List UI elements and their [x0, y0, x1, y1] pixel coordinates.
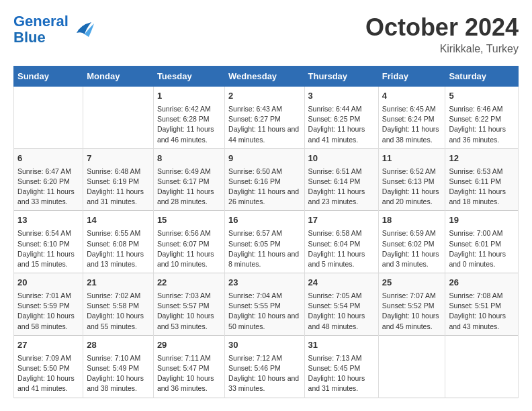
col-header-thursday: Thursday — [304, 66, 378, 87]
day-number: 27 — [17, 339, 79, 352]
col-header-sunday: Sunday — [14, 66, 83, 87]
cell-content: Sunrise: 7:08 AM Sunset: 5:51 PM Dayligh… — [449, 291, 515, 332]
day-number: 17 — [308, 214, 375, 227]
calendar-cell: 9Sunrise: 6:50 AM Sunset: 6:16 PM Daylig… — [225, 148, 304, 211]
day-number: 13 — [17, 214, 79, 227]
cell-content: Sunrise: 7:09 AM Sunset: 5:50 PM Dayligh… — [17, 353, 79, 394]
day-number: 10 — [308, 152, 375, 165]
day-number: 5 — [449, 90, 515, 103]
cell-content: Sunrise: 6:55 AM Sunset: 6:08 PM Dayligh… — [87, 228, 150, 269]
day-number: 6 — [17, 152, 79, 165]
col-header-friday: Friday — [378, 66, 445, 87]
title-block: October 2024 Kirikkale, Turkey — [365, 13, 519, 55]
calendar-week-row: 20Sunrise: 7:01 AM Sunset: 5:59 PM Dayli… — [14, 273, 519, 336]
cell-content: Sunrise: 7:03 AM Sunset: 5:57 PM Dayligh… — [157, 291, 221, 332]
day-number: 7 — [87, 152, 150, 165]
calendar-cell: 1Sunrise: 6:42 AM Sunset: 6:28 PM Daylig… — [153, 87, 224, 149]
calendar-cell: 18Sunrise: 6:59 AM Sunset: 6:02 PM Dayli… — [378, 211, 445, 273]
calendar-week-row: 27Sunrise: 7:09 AM Sunset: 5:50 PM Dayli… — [14, 335, 519, 398]
cell-content: Sunrise: 7:00 AM Sunset: 6:01 PM Dayligh… — [449, 228, 515, 269]
cell-content: Sunrise: 6:58 AM Sunset: 6:04 PM Dayligh… — [308, 228, 375, 269]
calendar-cell: 28Sunrise: 7:10 AM Sunset: 5:49 PM Dayli… — [83, 335, 154, 398]
cell-content: Sunrise: 6:51 AM Sunset: 6:14 PM Dayligh… — [308, 167, 375, 208]
calendar-cell: 14Sunrise: 6:55 AM Sunset: 6:08 PM Dayli… — [83, 211, 154, 273]
day-number: 16 — [228, 214, 300, 227]
day-number: 9 — [228, 152, 300, 165]
day-number: 23 — [228, 277, 300, 289]
day-number: 3 — [308, 90, 375, 103]
day-number: 12 — [449, 152, 515, 165]
calendar-week-row: 6Sunrise: 6:47 AM Sunset: 6:20 PM Daylig… — [14, 148, 519, 211]
calendar-cell: 29Sunrise: 7:11 AM Sunset: 5:47 PM Dayli… — [153, 335, 224, 398]
calendar-cell: 3Sunrise: 6:44 AM Sunset: 6:25 PM Daylig… — [304, 87, 378, 149]
cell-content: Sunrise: 6:57 AM Sunset: 6:05 PM Dayligh… — [228, 228, 300, 269]
day-number: 29 — [157, 339, 221, 352]
calendar-cell — [445, 335, 519, 398]
day-number: 22 — [157, 277, 221, 289]
page-header: GeneralBlue October 2024 Kirikkale, Turk… — [13, 13, 519, 55]
calendar-cell: 19Sunrise: 7:00 AM Sunset: 6:01 PM Dayli… — [445, 211, 519, 273]
day-number: 2 — [228, 90, 300, 103]
cell-content: Sunrise: 7:12 AM Sunset: 5:46 PM Dayligh… — [228, 353, 300, 394]
calendar-cell: 13Sunrise: 6:54 AM Sunset: 6:10 PM Dayli… — [14, 211, 83, 273]
cell-content: Sunrise: 7:10 AM Sunset: 5:49 PM Dayligh… — [87, 353, 150, 394]
calendar-cell: 8Sunrise: 6:49 AM Sunset: 6:17 PM Daylig… — [153, 148, 224, 211]
calendar-cell: 21Sunrise: 7:02 AM Sunset: 5:58 PM Dayli… — [83, 273, 154, 336]
day-number: 15 — [157, 214, 221, 227]
cell-content: Sunrise: 6:52 AM Sunset: 6:13 PM Dayligh… — [382, 167, 442, 208]
cell-content: Sunrise: 6:49 AM Sunset: 6:17 PM Dayligh… — [157, 167, 221, 208]
calendar-cell: 23Sunrise: 7:04 AM Sunset: 5:55 PM Dayli… — [225, 273, 304, 336]
calendar-cell — [14, 87, 83, 149]
cell-content: Sunrise: 6:43 AM Sunset: 6:27 PM Dayligh… — [228, 104, 300, 145]
day-number: 1 — [157, 90, 221, 103]
day-number: 11 — [382, 152, 442, 165]
cell-content: Sunrise: 7:11 AM Sunset: 5:47 PM Dayligh… — [157, 353, 221, 394]
location: Kirikkale, Turkey — [365, 43, 519, 55]
day-number: 8 — [157, 152, 221, 165]
cell-content: Sunrise: 6:45 AM Sunset: 6:24 PM Dayligh… — [382, 104, 442, 145]
calendar-table: SundayMondayTuesdayWednesdayThursdayFrid… — [13, 66, 519, 398]
calendar-cell: 30Sunrise: 7:12 AM Sunset: 5:46 PM Dayli… — [225, 335, 304, 398]
day-number: 25 — [382, 277, 442, 289]
cell-content: Sunrise: 6:50 AM Sunset: 6:16 PM Dayligh… — [228, 167, 300, 208]
calendar-cell: 25Sunrise: 7:07 AM Sunset: 5:52 PM Dayli… — [378, 273, 445, 336]
logo: GeneralBlue — [13, 13, 95, 46]
cell-content: Sunrise: 6:53 AM Sunset: 6:11 PM Dayligh… — [449, 167, 515, 208]
calendar-cell: 4Sunrise: 6:45 AM Sunset: 6:24 PM Daylig… — [378, 87, 445, 149]
day-number: 4 — [382, 90, 442, 103]
calendar-cell: 2Sunrise: 6:43 AM Sunset: 6:27 PM Daylig… — [225, 87, 304, 149]
day-number: 28 — [87, 339, 150, 352]
calendar-cell: 11Sunrise: 6:52 AM Sunset: 6:13 PM Dayli… — [378, 148, 445, 211]
calendar-cell: 24Sunrise: 7:05 AM Sunset: 5:54 PM Dayli… — [304, 273, 378, 336]
calendar-week-row: 1Sunrise: 6:42 AM Sunset: 6:28 PM Daylig… — [14, 87, 519, 149]
col-header-saturday: Saturday — [445, 66, 519, 87]
day-number: 21 — [87, 277, 150, 289]
calendar-cell: 15Sunrise: 6:56 AM Sunset: 6:07 PM Dayli… — [153, 211, 224, 273]
cell-content: Sunrise: 7:04 AM Sunset: 5:55 PM Dayligh… — [228, 291, 300, 332]
cell-content: Sunrise: 6:47 AM Sunset: 6:20 PM Dayligh… — [17, 167, 79, 208]
day-number: 24 — [308, 277, 375, 289]
cell-content: Sunrise: 6:46 AM Sunset: 6:22 PM Dayligh… — [449, 104, 515, 145]
col-header-wednesday: Wednesday — [225, 66, 304, 87]
calendar-cell: 6Sunrise: 6:47 AM Sunset: 6:20 PM Daylig… — [14, 148, 83, 211]
logo-icon — [71, 19, 95, 40]
calendar-cell: 16Sunrise: 6:57 AM Sunset: 6:05 PM Dayli… — [225, 211, 304, 273]
calendar-cell: 7Sunrise: 6:48 AM Sunset: 6:19 PM Daylig… — [83, 148, 154, 211]
cell-content: Sunrise: 7:01 AM Sunset: 5:59 PM Dayligh… — [17, 291, 79, 332]
cell-content: Sunrise: 6:56 AM Sunset: 6:07 PM Dayligh… — [157, 228, 221, 269]
calendar-cell: 31Sunrise: 7:13 AM Sunset: 5:45 PM Dayli… — [304, 335, 378, 398]
cell-content: Sunrise: 7:02 AM Sunset: 5:58 PM Dayligh… — [87, 291, 150, 332]
calendar-cell — [378, 335, 445, 398]
cell-content: Sunrise: 6:48 AM Sunset: 6:19 PM Dayligh… — [87, 167, 150, 208]
cell-content: Sunrise: 7:13 AM Sunset: 5:45 PM Dayligh… — [308, 353, 375, 394]
day-number: 19 — [449, 214, 515, 227]
logo-text: GeneralBlue — [13, 13, 69, 46]
calendar-cell: 12Sunrise: 6:53 AM Sunset: 6:11 PM Dayli… — [445, 148, 519, 211]
cell-content: Sunrise: 7:07 AM Sunset: 5:52 PM Dayligh… — [382, 291, 442, 332]
cell-content: Sunrise: 6:44 AM Sunset: 6:25 PM Dayligh… — [308, 104, 375, 145]
cell-content: Sunrise: 6:59 AM Sunset: 6:02 PM Dayligh… — [382, 228, 442, 269]
calendar-week-row: 13Sunrise: 6:54 AM Sunset: 6:10 PM Dayli… — [14, 211, 519, 273]
calendar-cell: 20Sunrise: 7:01 AM Sunset: 5:59 PM Dayli… — [14, 273, 83, 336]
cell-content: Sunrise: 7:05 AM Sunset: 5:54 PM Dayligh… — [308, 291, 375, 332]
col-header-monday: Monday — [83, 66, 154, 87]
